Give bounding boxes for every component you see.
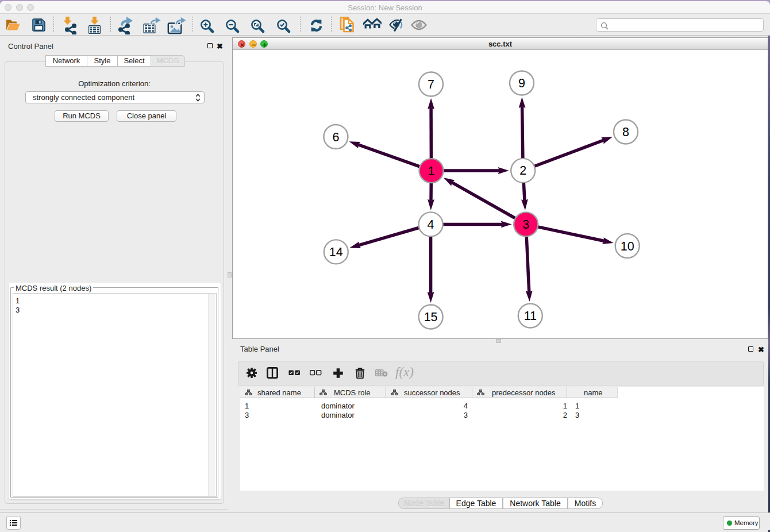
svg-text:2: 2	[519, 164, 526, 178]
svg-text:9: 9	[518, 76, 525, 90]
svg-text:11: 11	[524, 309, 537, 323]
svg-text:15: 15	[424, 310, 438, 324]
svg-text:14: 14	[329, 245, 343, 259]
svg-text:8: 8	[622, 125, 629, 139]
svg-text:10: 10	[621, 240, 634, 253]
svg-text:4: 4	[428, 218, 434, 232]
svg-text:6: 6	[332, 130, 339, 144]
svg-text:1: 1	[428, 164, 435, 178]
svg-text:3: 3	[522, 218, 529, 232]
svg-text:7: 7	[428, 78, 434, 91]
